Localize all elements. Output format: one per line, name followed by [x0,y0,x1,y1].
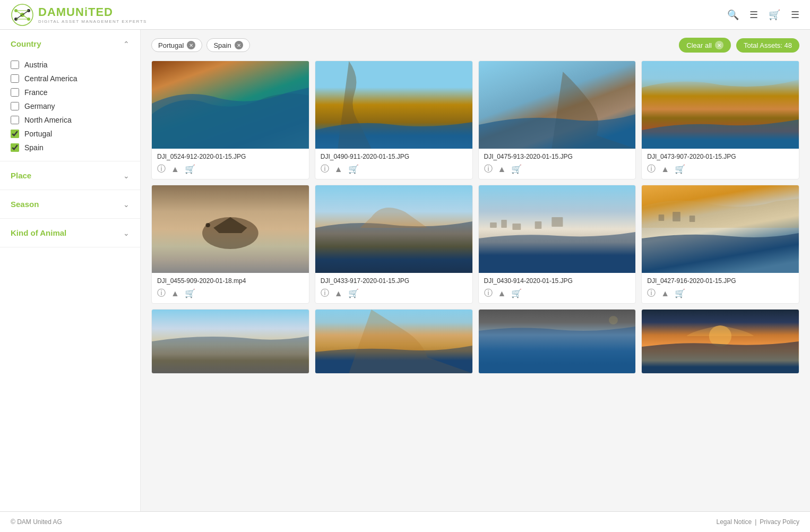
image-thumb-10[interactable] [315,310,472,373]
footer-copyright: © DAM United AG [11,518,62,526]
logo-icon [11,3,34,27]
filename-7: DJI_0430-914-2020-01-15.JPG [484,277,631,285]
filter-item-central-america[interactable]: Central America [11,72,130,85]
filter-header-kind-of-animal[interactable]: Kind of Animal ⌄ [0,219,140,247]
cart-icon-3[interactable]: 🛒 [511,164,522,174]
cart-icon-1[interactable]: 🛒 [185,164,195,174]
filename-1: DJI_0524-912-2020-01-15.JPG [157,153,304,160]
clear-all-button[interactable]: Clear all ✕ [679,38,731,53]
image-card-7: DJI_0430-914-2020-01-15.JPG ⓘ ▲ 🛒 [478,185,636,304]
logo-text: DAMUNiTED Digital Asset Management Exper… [38,5,147,24]
filter-item-label-central-america: Central America [24,74,77,83]
footer-separator: | [755,518,756,526]
image-thumb-1[interactable] [152,61,309,149]
filter-item-austria[interactable]: Austria [11,58,130,72]
upload-icon-2[interactable]: ▲ [334,165,343,174]
menu-icon[interactable]: ☰ [791,9,799,21]
svg-rect-20 [673,212,680,221]
remove-spain-button[interactable]: ✕ [235,41,243,49]
image-card-info-4: DJI_0473-907-2020-01-15.JPG ⓘ ▲ 🛒 [642,149,799,179]
footer: © DAM United AG Legal Notice | Privacy P… [0,511,810,532]
filter-label-place: Place [11,171,31,180]
svg-rect-14 [490,222,497,228]
image-thumb-9[interactable] [152,310,309,373]
filename-8: DJI_0427-916-2020-01-15.JPG [647,277,794,285]
info-icon-1[interactable]: ⓘ [157,164,166,175]
filter-header-season[interactable]: Season ⌄ [0,190,140,218]
checkbox-spain[interactable] [11,143,19,152]
filter-item-label-portugal: Portugal [24,130,52,138]
header-icons: 🔍 ☰ 🛒 ☰ [727,9,799,21]
image-card-info-1: DJI_0524-912-2020-01-15.JPG ⓘ ▲ 🛒 [152,149,309,179]
upload-icon-5[interactable]: ▲ [171,289,179,298]
upload-icon-4[interactable]: ▲ [661,165,669,174]
filter-item-portugal[interactable]: Portugal [11,127,130,141]
upload-icon-3[interactable]: ▲ [498,165,506,174]
filter-header-place[interactable]: Place ⌄ [0,161,140,190]
checkbox-austria[interactable] [11,61,19,69]
list-icon[interactable]: ☰ [749,9,758,21]
cart-icon-2[interactable]: 🛒 [348,164,359,174]
card-actions-4: ⓘ ▲ 🛒 [647,164,794,175]
info-icon-5[interactable]: ⓘ [157,288,166,299]
remove-portugal-button[interactable]: ✕ [187,41,195,49]
upload-icon-8[interactable]: ▲ [661,289,669,298]
filter-item-france[interactable]: France [11,85,130,99]
image-thumb-12[interactable] [642,310,799,373]
checkbox-germany[interactable] [11,102,19,110]
svg-line-7 [22,11,29,15]
card-actions-1: ⓘ ▲ 🛒 [157,164,304,175]
checkbox-france[interactable] [11,88,19,97]
cart-icon-7[interactable]: 🛒 [511,288,522,298]
filter-item-spain[interactable]: Spain [11,141,130,155]
filter-item-label-france: France [24,88,48,97]
filter-tag-spain: Spain ✕ [206,38,249,52]
info-icon-7[interactable]: ⓘ [484,288,493,299]
logo-area: DAMUNiTED Digital Asset Management Exper… [11,3,147,27]
image-thumb-3[interactable] [479,61,636,149]
cart-icon[interactable]: 🛒 [769,9,780,21]
filter-item-germany[interactable]: Germany [11,99,130,113]
cart-icon-6[interactable]: 🛒 [348,288,359,298]
privacy-policy-link[interactable]: Privacy Policy [760,518,799,526]
chevron-down-icon-season: ⌄ [123,200,130,209]
checkbox-central-america[interactable] [11,74,19,83]
svg-rect-16 [512,224,521,230]
image-card-8: DJI_0427-916-2020-01-15.JPG ⓘ ▲ 🛒 [641,185,799,304]
svg-rect-21 [690,216,695,222]
cart-icon-8[interactable]: 🛒 [675,288,685,298]
image-card-2: DJI_0490-911-2020-01-15.JPG ⓘ ▲ 🛒 [315,61,473,179]
filter-label-kind-of-animal: Kind of Animal [11,228,66,237]
image-thumb-2[interactable] [315,61,472,149]
legal-notice-link[interactable]: Legal Notice [716,518,752,526]
cart-icon-4[interactable]: 🛒 [675,164,685,174]
filename-3: DJI_0475-913-2020-01-15.JPG [484,153,631,160]
info-icon-8[interactable]: ⓘ [647,288,656,299]
image-thumb-11[interactable] [479,310,636,373]
image-thumb-6[interactable] [315,185,472,273]
info-icon-4[interactable]: ⓘ [647,164,656,175]
upload-icon-1[interactable]: ▲ [171,165,179,174]
upload-icon-7[interactable]: ▲ [498,289,506,298]
info-icon-6[interactable]: ⓘ [321,288,329,299]
clear-all-label: Clear all [686,41,712,49]
checkbox-north-america[interactable] [11,116,19,124]
checkbox-portugal[interactable] [11,130,19,138]
info-icon-3[interactable]: ⓘ [484,164,493,175]
image-thumb-8[interactable] [642,185,799,273]
image-thumb-5[interactable] [152,185,309,273]
search-icon[interactable]: 🔍 [727,9,739,21]
info-icon-2[interactable]: ⓘ [321,164,329,175]
filter-item-north-america[interactable]: North America [11,113,130,127]
image-thumb-7[interactable] [479,185,636,273]
filter-header-country[interactable]: Country ⌃ [0,30,140,58]
upload-icon-6[interactable]: ▲ [334,289,343,298]
image-grid: DJI_0524-912-2020-01-15.JPG ⓘ ▲ 🛒 [151,61,799,374]
image-thumb-4[interactable] [642,61,799,149]
svg-point-13 [205,223,210,227]
image-card-5: DJI_0455-909-2020-01-18.mp4 ⓘ ▲ 🛒 [151,185,309,304]
filter-section-country: Country ⌃ Austria Central America France [0,30,140,161]
image-card-3: DJI_0475-913-2020-01-15.JPG ⓘ ▲ 🛒 [478,61,636,179]
cart-icon-5[interactable]: 🛒 [185,288,195,298]
image-card-9 [151,309,309,374]
